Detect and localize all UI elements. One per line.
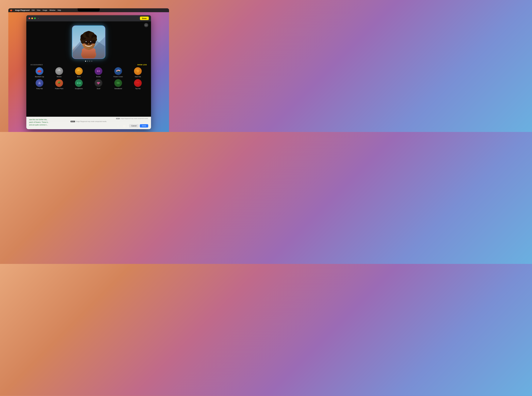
svg-rect-51 xyxy=(137,70,138,71)
svg-point-81 xyxy=(137,82,139,82)
svg-point-59 xyxy=(38,84,41,85)
title-bar: ‹ Done xyxy=(26,15,151,21)
svg-point-44 xyxy=(117,70,118,71)
svg-point-56 xyxy=(39,82,39,82)
svg-point-76 xyxy=(116,82,120,84)
accessory-sweatband[interactable]: Sweatband xyxy=(109,79,127,89)
apple-menu-icon[interactable]: 🍎 xyxy=(10,9,12,11)
svg-point-58 xyxy=(39,83,40,84)
app-name-menu[interactable]: Image Playground xyxy=(15,9,29,11)
potted-plant-icon xyxy=(55,79,63,87)
pagination-dots xyxy=(85,61,92,62)
flower-crown-label: Flower Crown xyxy=(114,76,123,77)
secondary-beta-notice: BETA Image Playground may create unexpec… xyxy=(116,118,148,119)
svg-rect-68 xyxy=(79,83,79,83)
accessory-top-hat[interactable]: Top Hat xyxy=(129,79,147,89)
pagination-dot-1[interactable] xyxy=(85,61,86,62)
done-button[interactable]: Done xyxy=(140,17,149,20)
accessories-header: ACCESSORIES SHOW LESS xyxy=(29,64,148,66)
content-area: ••• xyxy=(26,21,151,122)
baseball-cap-label: Baseball Cap xyxy=(35,76,44,77)
scarf-label: Scarf xyxy=(97,88,100,89)
show-less-button[interactable]: SHOW LESS xyxy=(137,64,147,66)
generated-image-container xyxy=(72,25,105,59)
svg-point-21 xyxy=(90,41,91,42)
generated-image xyxy=(72,25,105,59)
more-options-button[interactable]: ••• xyxy=(144,23,148,27)
svg-rect-28 xyxy=(39,70,40,71)
sunglasses-icon xyxy=(75,79,83,87)
laptop-frame: 🍎 Image Playground Edit View Image Windo… xyxy=(8,8,169,132)
svg-point-65 xyxy=(58,81,60,82)
svg-rect-32 xyxy=(57,71,61,72)
svg-point-23 xyxy=(83,43,86,45)
text-content-overlay: saw this one further inla... patch of fl… xyxy=(26,117,151,129)
bowtie-icon xyxy=(95,67,102,75)
character-svg xyxy=(72,25,105,59)
menu-edit[interactable]: Edit xyxy=(32,9,35,11)
confirm-done-button[interactable]: Done xyxy=(140,124,148,128)
traffic-lights xyxy=(29,17,36,19)
top-hat-icon xyxy=(134,79,142,87)
svg-rect-70 xyxy=(81,83,81,83)
minimize-button[interactable] xyxy=(31,17,33,19)
top-hat-label: Top Hat xyxy=(135,88,140,89)
beta-notice-text: Image Playground may create unexpected r… xyxy=(76,121,107,122)
back-button[interactable]: ‹ xyxy=(38,17,39,20)
hard-hat-label: Hard Hat xyxy=(135,76,141,77)
hard-hat-icon xyxy=(134,67,142,75)
svg-point-72 xyxy=(80,83,80,83)
beanie-icon xyxy=(55,67,63,75)
svg-point-71 xyxy=(77,83,78,83)
secondary-beta-text: Image Playground may create unexpected r… xyxy=(120,118,148,119)
dialog-buttons: Cancel Done xyxy=(129,124,148,128)
accessory-beret[interactable]: Beret xyxy=(70,67,88,77)
secondary-beta-badge: BETA xyxy=(116,118,120,119)
pagination-dot-3[interactable] xyxy=(89,61,90,62)
beta-badge: BETA xyxy=(70,121,75,122)
svg-rect-80 xyxy=(137,83,139,84)
svg-point-36 xyxy=(77,71,80,72)
svg-point-22 xyxy=(88,43,90,44)
app-window: ‹ Done ••• xyxy=(26,15,151,129)
maximize-button[interactable] xyxy=(34,17,36,19)
party-hat-icon xyxy=(36,79,43,87)
svg-point-46 xyxy=(119,70,119,70)
close-button[interactable] xyxy=(29,17,30,19)
menu-window[interactable]: Window xyxy=(49,9,55,11)
accessory-party-hat[interactable]: Party Hat xyxy=(30,79,48,89)
svg-point-24 xyxy=(91,43,94,45)
pagination-dot-4[interactable] xyxy=(91,61,92,62)
bowtie-label: Bowtie xyxy=(96,76,101,77)
baseball-cap-icon xyxy=(36,67,43,75)
beanie-label: Beanie xyxy=(57,76,62,77)
svg-point-57 xyxy=(40,82,40,83)
svg-point-42 xyxy=(116,71,117,71)
menu-help[interactable]: Help xyxy=(58,9,61,11)
flower-crown-icon xyxy=(114,67,122,75)
accessory-sunglasses[interactable]: Sunglasses xyxy=(70,79,88,89)
accessory-bowtie[interactable]: Bowtie xyxy=(90,67,108,77)
sunglasses-label: Sunglasses xyxy=(75,88,83,89)
accessory-scarf[interactable]: Scarf xyxy=(90,79,108,89)
accessory-potted-plant[interactable]: Potted Plant xyxy=(50,79,68,89)
accessories-section: ACCESSORIES SHOW LESS Baseball Cap xyxy=(29,64,148,89)
cancel-button[interactable]: Cancel xyxy=(129,124,139,128)
menu-image[interactable]: Image xyxy=(43,9,47,11)
menu-view[interactable]: View xyxy=(37,9,40,11)
potted-plant-label: Potted Plant xyxy=(55,88,63,89)
svg-point-31 xyxy=(59,69,60,70)
svg-marker-40 xyxy=(97,70,98,72)
accessory-hard-hat[interactable]: Hard Hat xyxy=(129,67,147,77)
accessory-flower-crown[interactable]: Flower Crown xyxy=(109,67,127,77)
beret-label: Beret xyxy=(77,76,81,77)
svg-rect-69 xyxy=(77,83,77,83)
pagination-dot-2[interactable] xyxy=(87,61,88,62)
sweatband-label: Sweatband xyxy=(114,88,122,89)
accessory-beanie[interactable]: Beanie xyxy=(50,67,68,77)
accessory-baseball-cap[interactable]: Baseball Cap xyxy=(30,67,48,77)
svg-point-48 xyxy=(120,70,120,71)
beta-notice: BETA Image Playground may create unexpec… xyxy=(70,121,107,122)
accessories-title: ACCESSORIES xyxy=(30,64,43,66)
svg-point-35 xyxy=(80,70,80,70)
